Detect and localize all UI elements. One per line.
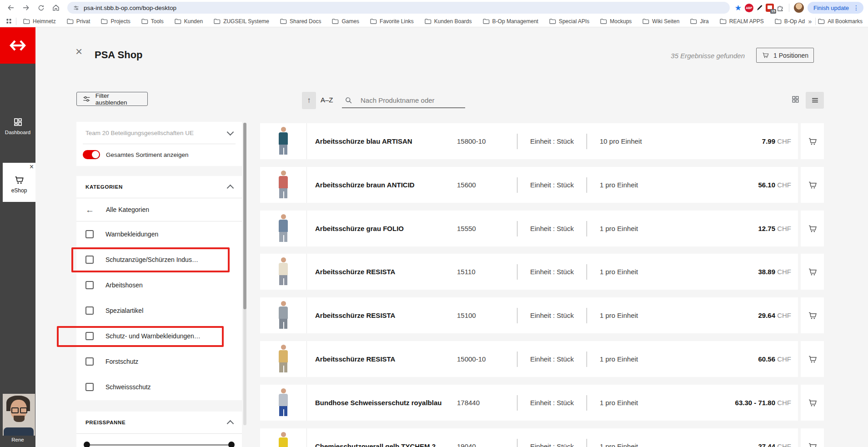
product-card[interactable]: Bundhose Schweisserschutz royalblau 1784… <box>260 385 798 421</box>
grid-view-button[interactable] <box>791 95 800 104</box>
bookmark-folder[interactable]: Favorite Links <box>370 18 414 25</box>
slider-handle-max[interactable] <box>228 442 235 447</box>
bookmark-folder[interactable]: Special APIs <box>549 18 589 25</box>
user-avatar[interactable] <box>3 394 35 436</box>
home-icon[interactable] <box>50 1 62 14</box>
category-row[interactable]: Warnbekleidungen <box>76 221 242 247</box>
bookmark-folder[interactable]: B-Op Management <box>482 18 538 25</box>
price-header[interactable]: PREISSPANNE <box>76 412 242 434</box>
product-unit: Einheit : Stück <box>530 355 587 363</box>
bookmark-folder[interactable]: Kunden <box>174 18 203 25</box>
product-search <box>342 93 465 108</box>
avatar-beard <box>14 416 25 422</box>
sidebar-item-dashboard[interactable]: Dashboard <box>0 117 35 135</box>
bookmark-folder[interactable]: Jira <box>690 18 708 25</box>
product-card[interactable]: Arbeitsschürze RESISTA 15100 Einheit : S… <box>260 297 798 333</box>
address-bar[interactable]: psa-int.sbb.b-op.com/bop-desktop <box>67 2 730 14</box>
product-image <box>260 167 307 203</box>
hide-filters-button[interactable]: Filter ausblenden <box>76 92 148 106</box>
checkbox[interactable] <box>85 383 94 391</box>
close-shop-icon[interactable]: × <box>75 45 82 57</box>
bookmarks-overflow-icon[interactable]: » <box>808 18 812 25</box>
product-name: Chemieschutzoverall gelb TYCHEM 2… <box>315 442 457 447</box>
bookmark-folder[interactable]: Games <box>331 18 359 25</box>
category-row[interactable]: Forstschutz <box>76 349 242 374</box>
all-bookmarks-button[interactable]: All Bookmarks <box>818 18 863 25</box>
product-card[interactable]: Arbeitsschürze RESISTA 15000-10 Einheit … <box>260 341 798 377</box>
list-view-button[interactable] <box>806 92 824 109</box>
checkbox[interactable] <box>85 230 94 238</box>
product-card[interactable]: Arbeitsschürze braun ANTICID 15600 Einhe… <box>260 167 798 203</box>
product-article: 15550 <box>457 225 517 232</box>
extensions-puzzle-icon[interactable] <box>776 4 784 12</box>
product-card[interactable]: Arbeitsschürze blau ARTISAN 15800-10 Ein… <box>260 123 798 159</box>
bookmark-folder[interactable]: ZUGSEIL Systeme <box>213 18 269 25</box>
add-to-cart-button[interactable] <box>801 297 824 333</box>
url-text[interactable]: psa-int.sbb.b-op.com/bop-desktop <box>84 5 176 11</box>
add-to-cart-button[interactable] <box>801 341 824 377</box>
all-categories-row[interactable]: ← Alle Kategorien <box>76 198 242 221</box>
product-card[interactable]: Chemieschutzoverall gelb TYCHEM 2… 19040… <box>260 428 798 447</box>
assortment-toggle[interactable] <box>83 150 100 159</box>
bookmark-folder[interactable]: REALM APPS <box>719 18 764 25</box>
cart-positions-button[interactable]: 1 Positionen <box>756 48 814 63</box>
bookmark-folder[interactable]: Mockups <box>600 18 632 25</box>
folder-icon <box>100 18 108 25</box>
back-icon[interactable] <box>5 1 17 14</box>
product-card[interactable]: Arbeitsschürze RESISTA 15110 Einheit : S… <box>260 254 798 290</box>
browser-menu-icon[interactable]: ⋮ <box>853 4 859 11</box>
product-article: 15800-10 <box>457 137 517 145</box>
product-per-unit: 1 pro Einheit <box>600 399 735 407</box>
team-dropdown[interactable]: Team 20 Beteiligungsgesellschaften UE <box>83 122 236 144</box>
bookmark-folder[interactable]: Privat <box>66 18 90 25</box>
checkbox[interactable] <box>85 281 94 289</box>
product-price: 7.99 CHF <box>762 137 791 145</box>
category-row[interactable]: Schweissschutz <box>76 374 242 400</box>
bookmark-folder[interactable]: Shared Docs <box>280 18 321 25</box>
extension-badge-icon[interactable]: 15 <box>766 4 774 12</box>
slider-handle-min[interactable] <box>84 442 90 447</box>
bookmark-star-icon[interactable]: ★ <box>735 4 742 12</box>
category-row[interactable]: Spezialartikel <box>76 298 242 323</box>
add-to-cart-button[interactable] <box>801 167 824 203</box>
sbb-logo[interactable] <box>0 27 35 64</box>
bookmark-folder[interactable]: Tools <box>141 18 164 25</box>
checkbox[interactable] <box>85 306 94 315</box>
bookmark-folders: Heimnetz Privat Projects Tools Kunden ZU… <box>23 18 805 25</box>
product-card[interactable]: Arbeitsschürze grau FOLIO 15550 Einheit … <box>260 211 798 246</box>
eshop-close-icon[interactable]: × <box>30 163 34 171</box>
finish-update-button[interactable]: Finish update ⋮ <box>808 2 863 14</box>
product-image <box>260 341 307 377</box>
browser-profile-avatar[interactable] <box>794 3 804 13</box>
category-row[interactable]: Arbeitshosen <box>76 272 242 298</box>
bookmark-folder[interactable]: B-Op Admin <box>774 18 805 25</box>
add-to-cart-button[interactable] <box>801 428 824 447</box>
add-to-cart-button[interactable] <box>801 385 824 421</box>
add-to-cart-button[interactable] <box>801 254 824 290</box>
product-row: Arbeitsschürze RESISTA 15100 Einheit : S… <box>260 297 824 333</box>
add-to-cart-button[interactable] <box>801 211 824 246</box>
apps-grid-icon[interactable] <box>5 18 12 25</box>
search-input[interactable] <box>360 96 463 105</box>
bookmark-folder[interactable]: Wiki Seiten <box>642 18 679 25</box>
forward-icon[interactable] <box>20 1 32 14</box>
filter-scrollbar-thumb[interactable] <box>243 123 246 309</box>
page-title: PSA Shop <box>95 49 143 61</box>
sidebar-item-eshop[interactable]: × eShop <box>3 163 35 202</box>
bookmark-folder[interactable]: Kunden Boards <box>424 18 472 25</box>
add-to-cart-button[interactable] <box>801 123 824 159</box>
sort-order-label[interactable]: A–Z <box>321 96 333 104</box>
reload-icon[interactable] <box>35 1 47 14</box>
pen-extension-icon[interactable] <box>756 4 763 12</box>
bookmark-folder[interactable]: Projects <box>100 18 130 25</box>
back-arrow-icon[interactable]: ← <box>85 206 94 214</box>
product-image <box>260 428 307 447</box>
sort-direction-button[interactable]: ↑ <box>302 92 316 109</box>
adblock-extension-icon[interactable]: ABP <box>745 4 753 12</box>
site-settings-icon[interactable] <box>73 5 80 11</box>
bookmark-folder[interactable]: Heimnetz <box>23 18 56 25</box>
checkbox[interactable] <box>85 357 94 366</box>
product-price: 38.89 CHF <box>758 268 791 276</box>
categories-header[interactable]: KATEGORIEN <box>76 176 242 198</box>
folder-icon <box>66 18 74 25</box>
